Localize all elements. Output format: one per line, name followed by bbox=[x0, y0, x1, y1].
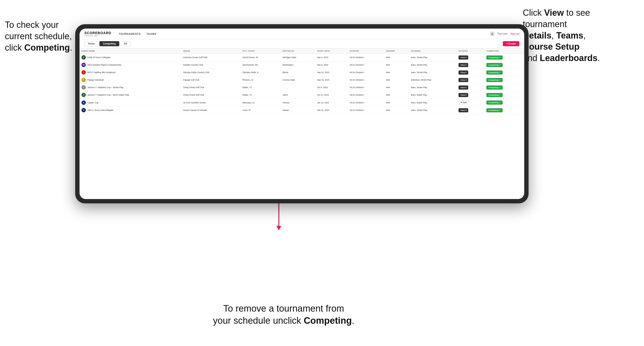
gender-cell-3: Men bbox=[384, 76, 409, 84]
city-cell-7: Lihue, HI bbox=[240, 107, 281, 114]
competing-button[interactable]: Competing ✓ bbox=[486, 93, 503, 97]
bottom-competing-bold: Competing bbox=[304, 316, 352, 326]
competing-cell-7: Competing ✓ bbox=[484, 107, 524, 114]
competing-button[interactable]: Competing ✓ bbox=[486, 63, 503, 67]
competing-button[interactable]: Competing ✓ bbox=[486, 108, 503, 112]
scoring-cell-5: team, Match Play bbox=[409, 91, 456, 99]
create-button[interactable]: + Create bbox=[503, 41, 519, 46]
event-name-cell-2: I OFCC Fighting Illini Invitational bbox=[80, 69, 181, 76]
tournaments-table: EVENT NAME VENUE CITY, STATE HOSTED BY S… bbox=[80, 48, 524, 114]
col-city-state: CITY, STATE bbox=[240, 48, 281, 54]
event-name: Jackson T. Stephens Cup – Stroke Play bbox=[87, 86, 124, 89]
user-icon bbox=[490, 32, 494, 36]
event-name: Copper Cup bbox=[87, 101, 98, 104]
team-logo: H bbox=[82, 108, 86, 112]
hosted-cell-7: Hawaii bbox=[280, 107, 315, 114]
event-name-cell-0: F Folds of Honor Collegiate bbox=[80, 54, 181, 61]
gender-cell-1: Men bbox=[384, 61, 409, 69]
hosted-cell-5: ABAC bbox=[280, 91, 315, 99]
table-row: W 2023 Sahalee Players Championship Saha… bbox=[80, 61, 524, 69]
nav-signout[interactable]: Sign out bbox=[510, 32, 519, 35]
gender-cell-2: Men bbox=[384, 69, 409, 76]
view-button[interactable]: View ℹ bbox=[458, 108, 468, 112]
tablet-frame: SCOREBOARD Powered by clippi TOURNAMENTS… bbox=[75, 24, 528, 203]
venue-cell-4: Trinity Forest Golf Club bbox=[181, 84, 240, 91]
edit-button[interactable]: ✏ Edit bbox=[458, 100, 469, 105]
competing-cell-0: Competing ✓ bbox=[484, 54, 524, 61]
col-venue: VENUE bbox=[181, 48, 240, 54]
bottom-period: . bbox=[352, 316, 354, 326]
division-cell-2: NCAA Division I bbox=[348, 69, 384, 76]
tr-line1: Click View to see bbox=[523, 8, 590, 18]
hosted-cell-6: Arizona bbox=[280, 99, 315, 107]
actions-cell-7: View ℹ bbox=[456, 107, 484, 114]
city-cell-5: Dallas, TX bbox=[240, 91, 281, 99]
event-name: Jackson T. Stephens Cup – Men's Match Pl… bbox=[87, 94, 129, 96]
scoring-cell-0: team, Stroke Play bbox=[409, 54, 456, 61]
venue-cell-0: American Dunes Golf Club bbox=[181, 54, 240, 61]
view-button[interactable]: View ℹ bbox=[458, 55, 468, 60]
hosted-cell-3: Arizona State bbox=[280, 76, 315, 84]
actions-cell-4: View ℹ bbox=[456, 84, 484, 91]
bottom-line1: To remove a tournament from bbox=[223, 303, 344, 314]
tab-home[interactable]: Home bbox=[84, 41, 98, 46]
competing-button[interactable]: Competing ✓ bbox=[486, 70, 503, 75]
view-button[interactable]: View ℹ bbox=[458, 78, 468, 82]
col-actions: ACTIONS bbox=[456, 48, 484, 54]
hosted-cell-1: Washington bbox=[280, 61, 315, 69]
division-cell-1: NCAA Division I bbox=[348, 61, 384, 69]
nav-bar: SCOREBOARD Powered by clippi TOURNAMENTS… bbox=[80, 28, 524, 39]
competing-button[interactable]: Competing ✓ bbox=[486, 55, 503, 60]
view-button[interactable]: View ℹ bbox=[458, 63, 468, 67]
event-name-cell-3: P Papago Individual bbox=[80, 76, 181, 84]
col-competing: COMPETING bbox=[484, 48, 524, 54]
nav-user: Test User bbox=[497, 32, 508, 35]
team-logo: I bbox=[82, 70, 86, 75]
annotation-competing-bold: Competing bbox=[24, 43, 70, 52]
annotation-line3: click bbox=[5, 43, 24, 52]
competing-button[interactable]: Competing ✓ bbox=[486, 85, 503, 90]
scoring-cell-1: team, Stroke Play bbox=[409, 61, 456, 69]
tablet-screen: SCOREBOARD Powered by clippi TOURNAMENTS… bbox=[80, 28, 524, 199]
view-button[interactable]: View ℹ bbox=[458, 85, 468, 90]
scoring-cell-4: team, Stroke Play bbox=[409, 84, 456, 91]
actions-cell-2: View ℹ bbox=[456, 69, 484, 76]
col-gender: GENDER bbox=[384, 48, 409, 54]
date-cell-4: Oct 9, 2023 bbox=[315, 84, 348, 91]
gender-cell-6: Men bbox=[384, 99, 409, 107]
competing-cell-3: Competing ✓ bbox=[484, 76, 524, 84]
annotation-period: . bbox=[70, 43, 72, 52]
date-cell-2: Sep 15, 2023 bbox=[315, 69, 348, 76]
tab-competing[interactable]: Competing bbox=[100, 41, 119, 46]
view-button[interactable]: View ℹ bbox=[458, 70, 468, 75]
city-cell-4: Dallas, TX bbox=[240, 84, 281, 91]
table-body: F Folds of Honor Collegiate American Dun… bbox=[80, 54, 524, 114]
nav-teams[interactable]: TEAMS bbox=[146, 31, 156, 36]
scoring-cell-3: individual, Stroke Play bbox=[409, 76, 456, 84]
table-row: J Jackson T. Stephens Cup – Stroke Play … bbox=[80, 84, 524, 91]
tr-comma2: , bbox=[583, 30, 586, 40]
hosted-cell-4 bbox=[280, 84, 315, 91]
view-button[interactable]: View ℹ bbox=[458, 93, 468, 97]
table-row: A Copper Cup Ak-Chin Southern DunesMaric… bbox=[80, 99, 524, 107]
annotation-top-right: Click View to see tournament Details, Te… bbox=[523, 7, 639, 64]
table-row: F Folds of Honor Collegiate American Dun… bbox=[80, 54, 524, 61]
date-cell-7: Feb 15, 2024 bbox=[315, 107, 348, 114]
team-logo: P bbox=[82, 78, 86, 82]
svg-point-4 bbox=[492, 33, 493, 34]
competing-button[interactable]: Competing ✓ bbox=[486, 101, 503, 105]
venue-cell-6: Ak-Chin Southern Dunes bbox=[181, 99, 240, 107]
event-name-cell-4: J Jackson T. Stephens Cup – Stroke Play bbox=[80, 84, 181, 91]
event-name-cell-6: A Copper Cup bbox=[80, 99, 181, 107]
table-row: J Jackson T. Stephens Cup – Men's Match … bbox=[80, 91, 524, 99]
gender-cell-5: Men bbox=[384, 91, 409, 99]
tab-all[interactable]: All bbox=[120, 41, 131, 46]
tr-coursesetup: Course Setup bbox=[523, 42, 580, 52]
division-cell-3: NCAA Division I bbox=[348, 76, 384, 84]
competing-button[interactable]: Competing ✓ bbox=[486, 78, 503, 82]
competing-cell-2: Competing ✓ bbox=[484, 69, 524, 76]
tr-comma1: , bbox=[552, 30, 556, 40]
division-cell-4: NCAA Division I bbox=[348, 84, 384, 91]
city-cell-1: Sammamish, WA bbox=[240, 61, 281, 69]
nav-tournaments[interactable]: TOURNAMENTS bbox=[118, 31, 141, 36]
